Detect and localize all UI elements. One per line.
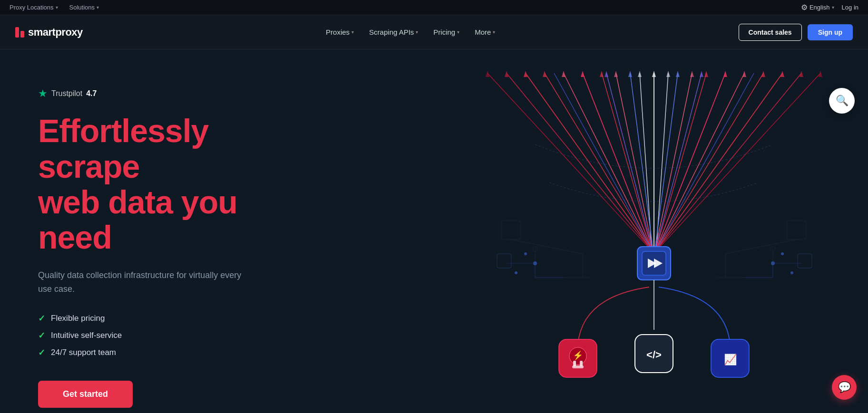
svg-marker-38 xyxy=(638,71,642,77)
feature-list: ✓ Flexible pricing ✓ Intuitive self-serv… xyxy=(38,313,285,358)
nav-pricing[interactable]: Pricing ▾ xyxy=(427,24,466,40)
top-bar: Proxy Locations ▾ Solutions ▾ ⚙ English … xyxy=(0,0,868,15)
svg-marker-39 xyxy=(666,71,670,77)
svg-marker-41 xyxy=(543,71,546,77)
svg-marker-40 xyxy=(524,71,527,77)
svg-marker-52 xyxy=(704,71,708,77)
svg-marker-47 xyxy=(486,71,489,77)
nav-center: Proxies ▾ Scraping APIs ▾ Pricing ▾ More… xyxy=(319,24,502,40)
hero-title: Effortlessly scrape web data you need xyxy=(38,113,285,255)
svg-point-79 xyxy=(515,271,517,274)
svg-line-23 xyxy=(659,73,782,247)
scraping-apis-label: Scraping APIs xyxy=(369,28,414,36)
trustpilot-badge: ★ Trustpilot 4.7 xyxy=(38,87,285,100)
more-label: More xyxy=(475,28,491,36)
language-label: English xyxy=(809,4,830,11)
language-switcher[interactable]: ⚙ English ▾ xyxy=(801,3,834,12)
svg-marker-37 xyxy=(652,71,656,77)
svg-marker-53 xyxy=(690,71,694,77)
svg-line-35 xyxy=(554,73,650,247)
proxy-locations-link[interactable]: Proxy Locations ▾ xyxy=(10,4,58,11)
feature-item-3: ✓ 24/7 support team xyxy=(38,347,285,358)
svg-line-17 xyxy=(564,73,650,247)
proxies-label: Proxies xyxy=(326,28,350,36)
svg-rect-87 xyxy=(497,254,511,268)
svg-marker-45 xyxy=(614,71,618,77)
solutions-link[interactable]: Solutions ▾ xyxy=(69,4,99,11)
proxies-chevron: ▾ xyxy=(351,29,354,35)
svg-line-36 xyxy=(658,73,754,247)
trustpilot-name: Trustpilot xyxy=(51,89,82,98)
svg-point-76 xyxy=(524,252,527,255)
svg-point-78 xyxy=(781,252,784,255)
svg-line-33 xyxy=(606,73,652,247)
hero-subtitle: Quality data collection infrastructure f… xyxy=(38,269,257,296)
check-icon-1: ✓ xyxy=(38,313,45,324)
sign-up-button[interactable]: Sign up xyxy=(808,24,853,40)
get-started-button[interactable]: Get started xyxy=(38,381,133,408)
svg-marker-50 xyxy=(742,71,746,77)
svg-line-15 xyxy=(526,73,649,247)
nav-scraping-apis[interactable]: Scraping APIs ▾ xyxy=(362,24,425,40)
svg-text:📈: 📈 xyxy=(724,353,737,366)
feature-item-2: ✓ Intuitive self-service xyxy=(38,330,285,341)
svg-rect-8 xyxy=(502,221,521,240)
svg-line-26 xyxy=(657,73,725,247)
nav-more[interactable]: More ▾ xyxy=(468,24,502,40)
logo-icon xyxy=(15,27,24,38)
svg-point-80 xyxy=(790,271,793,274)
svg-line-19 xyxy=(602,73,651,247)
more-chevron: ▾ xyxy=(493,29,495,35)
svg-marker-54 xyxy=(800,71,803,77)
top-bar-left: Proxy Locations ▾ Solutions ▾ xyxy=(10,4,99,11)
hero-section: ★ Trustpilot 4.7 Effortlessly scrape web… xyxy=(0,49,868,413)
svg-marker-59 xyxy=(700,71,703,77)
hero-illustration: ⚡ </> 📈 xyxy=(440,49,868,413)
trustpilot-star: ★ xyxy=(38,87,48,100)
hero-title-line2: web data you need xyxy=(38,184,237,256)
login-link[interactable]: Log in xyxy=(842,4,858,11)
hero-content: ★ Trustpilot 4.7 Effortlessly scrape web… xyxy=(0,78,323,413)
top-bar-right: ⚙ English ▾ Log in xyxy=(801,3,858,12)
nav-right: Contact sales Sign up xyxy=(739,24,853,41)
chat-icon: 💬 xyxy=(838,381,851,394)
solutions-chevron: ▾ xyxy=(97,5,99,10)
svg-line-21 xyxy=(507,73,649,247)
logo[interactable]: smartproxy xyxy=(15,26,83,38)
logo-bar-2 xyxy=(20,31,24,38)
svg-text:⚡: ⚡ xyxy=(573,350,584,361)
svg-marker-51 xyxy=(723,71,727,77)
svg-rect-69 xyxy=(572,365,584,368)
svg-text:</>: </> xyxy=(646,349,662,361)
svg-marker-42 xyxy=(562,71,566,77)
check-icon-2: ✓ xyxy=(38,330,45,341)
nav-proxies[interactable]: Proxies ▾ xyxy=(319,24,361,40)
svg-line-18 xyxy=(583,73,651,247)
logo-text: smartproxy xyxy=(28,26,83,38)
feature-label-2: Intuitive self-service xyxy=(51,331,122,340)
main-nav: smartproxy Proxies ▾ Scraping APIs ▾ Pri… xyxy=(0,15,868,49)
contact-sales-button[interactable]: Contact sales xyxy=(739,24,802,41)
svg-line-29 xyxy=(659,73,801,247)
solutions-label: Solutions xyxy=(69,4,95,11)
scraping-apis-chevron: ▾ xyxy=(416,29,418,35)
language-chevron: ▾ xyxy=(832,5,834,10)
svg-marker-46 xyxy=(505,71,508,77)
proxy-locations-chevron: ▾ xyxy=(56,5,58,10)
svg-marker-49 xyxy=(761,71,765,77)
proxy-locations-label: Proxy Locations xyxy=(10,4,54,11)
search-fab-button[interactable]: 🔍 xyxy=(829,88,855,114)
feature-item-1: ✓ Flexible pricing xyxy=(38,313,285,324)
svg-marker-43 xyxy=(581,71,585,77)
pricing-label: Pricing xyxy=(433,28,455,36)
svg-marker-55 xyxy=(819,71,822,77)
trustpilot-score: 4.7 xyxy=(86,89,97,98)
svg-line-0 xyxy=(511,240,583,254)
feature-label-1: Flexible pricing xyxy=(51,314,105,323)
check-icon-3: ✓ xyxy=(38,347,45,358)
svg-marker-48 xyxy=(780,71,784,77)
logo-bar-1 xyxy=(15,27,19,38)
chat-fab-button[interactable]: 💬 xyxy=(832,375,857,400)
pricing-chevron: ▾ xyxy=(457,29,459,35)
svg-marker-57 xyxy=(676,71,680,77)
